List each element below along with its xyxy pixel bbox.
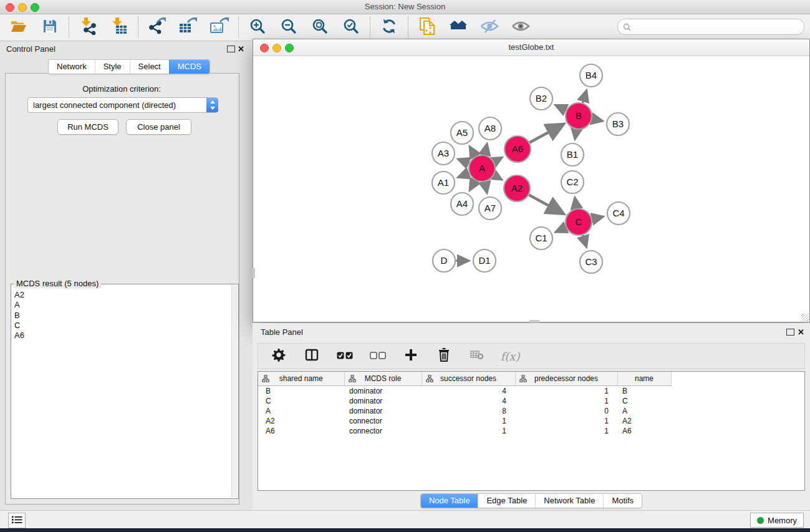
node-table[interactable]: shared nameMCDS rolesuccessor nodesprede… <box>258 372 804 436</box>
zoom-out-button[interactable] <box>279 18 298 37</box>
control-panel-float-button[interactable] <box>227 46 235 52</box>
network-minimize-button[interactable] <box>272 44 281 52</box>
zoom-in-button[interactable] <box>248 18 267 37</box>
cell[interactable]: A <box>258 406 344 416</box>
node-D[interactable]: D <box>433 249 455 272</box>
new-network-from-selection-button[interactable] <box>418 18 436 37</box>
horizontal-scrollbar-thumb[interactable] <box>529 320 539 322</box>
import-network-button[interactable] <box>79 18 97 37</box>
edge-A-A4[interactable] <box>470 180 476 190</box>
edge-C-C1[interactable] <box>556 228 566 232</box>
cell[interactable]: A2 <box>617 416 671 426</box>
task-history-button[interactable] <box>8 513 26 528</box>
edge-C-C4[interactable] <box>592 217 602 220</box>
table-row[interactable]: Bdominator41B <box>258 386 804 397</box>
table-row[interactable]: Cdominator41C <box>258 396 804 406</box>
add-column-button[interactable] <box>403 348 419 364</box>
tab-motifs[interactable]: Motifs <box>603 494 642 508</box>
cell[interactable]: C <box>258 396 344 406</box>
tab-mcds[interactable]: MCDS <box>169 60 210 74</box>
cell[interactable]: 4 <box>422 396 515 406</box>
node-B1[interactable]: B1 <box>561 143 584 166</box>
edge-A-A2[interactable] <box>494 175 501 180</box>
cell[interactable]: A6 <box>258 426 344 436</box>
deselect-all-button[interactable] <box>370 348 386 364</box>
edge-A-A3[interactable] <box>458 159 469 163</box>
export-table-button[interactable] <box>179 18 198 37</box>
cell[interactable]: connector <box>344 426 422 436</box>
node-C3[interactable]: C3 <box>580 251 602 273</box>
network-zoom-button[interactable] <box>285 44 294 52</box>
zoom-window-button[interactable] <box>31 3 39 12</box>
node-A8[interactable]: A8 <box>479 117 501 140</box>
search-input[interactable] <box>634 21 804 33</box>
edge-B-B4[interactable] <box>582 91 586 103</box>
edge-B-B2[interactable] <box>556 105 567 110</box>
show-all-button[interactable] <box>511 18 530 37</box>
cell[interactable]: dominator <box>344 406 422 416</box>
optimization-criterion-dropdown[interactable]: largest connected component (directed) <box>27 97 218 113</box>
cell[interactable]: dominator <box>344 386 422 397</box>
cell[interactable]: 1 <box>515 396 617 406</box>
column-header-shared-name[interactable]: shared name <box>258 372 344 386</box>
result-item[interactable]: A <box>14 300 229 310</box>
node-B[interactable]: B <box>566 103 592 129</box>
cell[interactable]: 1 <box>422 426 515 436</box>
table-row[interactable]: Adominator80A <box>258 406 804 416</box>
open-session-button[interactable] <box>9 18 28 37</box>
cell[interactable]: connector <box>344 416 422 426</box>
zoom-selected-button[interactable] <box>342 18 360 37</box>
resize-grip-icon[interactable] <box>801 314 809 321</box>
apply-layout-button[interactable] <box>380 18 398 37</box>
edge-A-A8[interactable] <box>485 144 486 155</box>
network-canvas[interactable]: AA1A2A3A4A5A6A7A8BB1B2B3B4CC1C2C3C4DD1 <box>254 56 808 321</box>
node-C[interactable]: C <box>566 209 592 235</box>
minimize-window-button[interactable] <box>18 3 27 12</box>
hide-selected-button[interactable] <box>480 18 499 37</box>
node-B3[interactable]: B3 <box>607 113 629 135</box>
cell[interactable]: B <box>258 386 344 397</box>
result-item[interactable]: B <box>14 311 229 321</box>
mcds-result-list[interactable]: A2ABCA6 <box>14 290 229 496</box>
table-panel-float-button[interactable] <box>786 329 794 336</box>
result-item[interactable]: A6 <box>14 331 229 341</box>
tab-network-table[interactable]: Network Table <box>535 494 603 508</box>
edge-A-A6[interactable] <box>494 158 501 162</box>
cell[interactable]: 4 <box>422 386 515 397</box>
cell[interactable]: 8 <box>422 406 515 416</box>
network-close-button[interactable] <box>260 44 269 52</box>
cell[interactable]: C <box>617 396 671 406</box>
column-header-predecessor-nodes[interactable]: predecessor nodes <box>515 372 617 386</box>
delete-column-button[interactable] <box>436 348 452 364</box>
show-columns-button[interactable] <box>304 348 320 364</box>
node-C1[interactable]: C1 <box>530 227 552 249</box>
edge-C-C2[interactable] <box>575 198 577 209</box>
edge-A6-B[interactable] <box>529 125 562 143</box>
export-image-button[interactable] <box>210 18 229 37</box>
edge-A2-C[interactable] <box>529 195 562 214</box>
node-A4[interactable]: A4 <box>451 193 473 215</box>
control-panel-close-button[interactable]: ✕ <box>238 44 244 54</box>
run-mcds-button[interactable]: Run MCDS <box>57 119 118 135</box>
tab-network[interactable]: Network <box>49 60 95 74</box>
node-C2[interactable]: C2 <box>561 171 584 193</box>
tab-select[interactable]: Select <box>130 60 169 74</box>
import-table-button[interactable] <box>110 18 128 37</box>
table-settings-button[interactable] <box>271 348 287 364</box>
node-D1[interactable]: D1 <box>473 249 496 272</box>
tab-style[interactable]: Style <box>95 60 130 74</box>
zoom-fit-button[interactable] <box>311 18 329 37</box>
save-session-button[interactable] <box>41 18 59 37</box>
edge-B-B1[interactable] <box>575 130 576 139</box>
cell[interactable]: A6 <box>617 426 671 436</box>
result-item[interactable]: C <box>14 321 229 331</box>
cell[interactable]: 1 <box>515 416 617 426</box>
column-header-successor-nodes[interactable]: successor nodes <box>422 372 515 386</box>
tab-edge-table[interactable]: Edge Table <box>478 494 535 508</box>
memory-button[interactable]: Memory <box>750 513 804 528</box>
select-all-button[interactable] <box>337 348 353 364</box>
first-neighbors-button[interactable] <box>449 18 468 37</box>
edge-A-A5[interactable] <box>470 147 476 157</box>
node-A1[interactable]: A1 <box>432 172 455 194</box>
cell[interactable]: dominator <box>344 396 422 406</box>
